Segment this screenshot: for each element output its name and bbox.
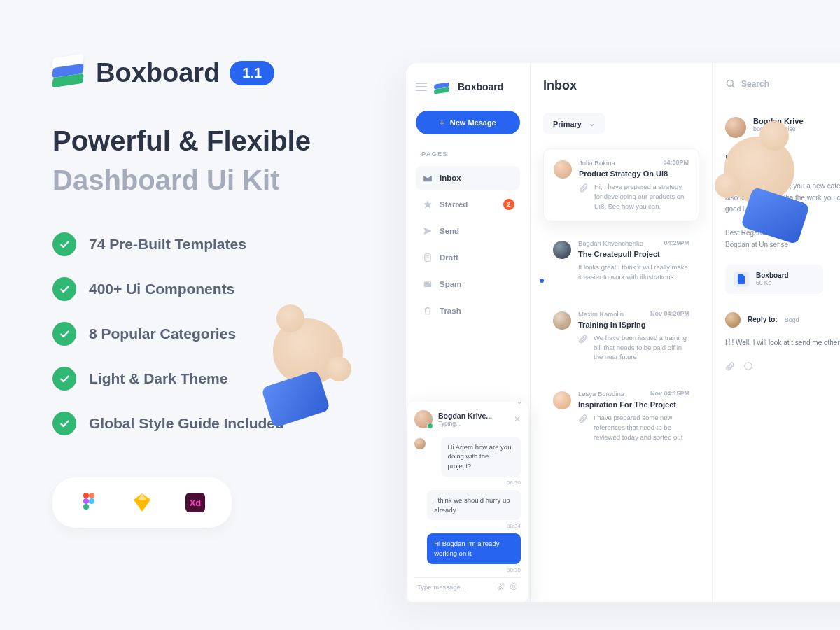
chat-input-placeholder: Type message... bbox=[417, 583, 493, 591]
new-message-button[interactable]: + New Mesage bbox=[416, 111, 520, 134]
sidebar-item-draft[interactable]: Draft bbox=[416, 246, 520, 270]
svg-point-2 bbox=[83, 498, 89, 504]
attachment-icon bbox=[579, 183, 589, 192]
brand-row: Boxboard 1.1 bbox=[52, 56, 388, 90]
signoff-line: Bogdan at Unisense bbox=[725, 239, 840, 251]
folder-dropdown[interactable]: Primary ⌄ bbox=[543, 113, 605, 134]
svg-point-24 bbox=[745, 363, 752, 370]
mail-sender: Bogdan Krivenchenko bbox=[578, 239, 643, 247]
attachment-icon[interactable] bbox=[497, 582, 505, 591]
mail-preview: It looks great I think it will really ma… bbox=[578, 262, 690, 282]
sidebar-item-label: Send bbox=[440, 227, 459, 235]
svg-point-18 bbox=[429, 282, 430, 284]
chat-time: 08:34 bbox=[414, 523, 521, 529]
sidebar-item-label: Trash bbox=[440, 307, 461, 315]
feature-label: 400+ Ui Components bbox=[89, 281, 234, 298]
chat-bubble: Hi Artem how are you doing with the proj… bbox=[441, 437, 521, 477]
mail-subject: Product Strategy On Ui8 bbox=[579, 169, 689, 178]
trash-icon bbox=[423, 306, 433, 316]
mail-sender: Maxim Kamolin bbox=[578, 310, 624, 318]
plus-icon: + bbox=[440, 118, 444, 127]
attachment-name: Boxboard bbox=[756, 272, 789, 279]
attachment-box[interactable]: Boxboard 50 Kb bbox=[725, 265, 823, 294]
chevron-down-icon[interactable]: ⌄ bbox=[517, 398, 522, 405]
search-input[interactable]: Search bbox=[725, 78, 840, 89]
detail-email: bogdan@unise bbox=[753, 125, 804, 132]
tools-pill: Xd bbox=[52, 477, 232, 528]
check-icon bbox=[52, 232, 76, 256]
chat-time: 08:30 bbox=[414, 479, 521, 486]
sidebar-item-trash[interactable]: Trash bbox=[416, 299, 520, 323]
emoji-icon[interactable] bbox=[743, 361, 753, 371]
sidebar-item-label: Inbox bbox=[440, 174, 461, 182]
hamburger-icon[interactable] bbox=[416, 83, 427, 91]
xd-icon: Xd bbox=[186, 493, 205, 512]
avatar bbox=[553, 312, 571, 330]
subheadline: Dashboard Ui Kit bbox=[52, 162, 388, 197]
svg-point-20 bbox=[512, 586, 513, 587]
sidebar-item-label: Draft bbox=[440, 253, 458, 262]
chat-bubble: I think we should hurry up already bbox=[427, 490, 521, 521]
mail-detail: Search Bogdan Krive bogdan@unise Da As y… bbox=[713, 63, 840, 602]
mail-sender: Julia Rokina bbox=[579, 159, 615, 167]
close-icon[interactable]: ✕ bbox=[514, 414, 521, 424]
version-badge: 1.1 bbox=[230, 61, 274, 85]
feature-label: Light & Dark Theme bbox=[89, 370, 227, 387]
dashboard-preview: Boxboard + New Mesage PAGES Inbox Starre… bbox=[406, 63, 840, 602]
logo-icon bbox=[434, 78, 451, 95]
avatar bbox=[725, 312, 741, 328]
star-icon bbox=[423, 200, 433, 209]
mail-subject: The Createpull Project bbox=[578, 250, 690, 258]
sketch-icon bbox=[132, 493, 152, 512]
mail-card[interactable]: Bogdan Krivenchenko 04:29PM The Createpu… bbox=[543, 230, 699, 292]
reply-header: Reply to: Bogd bbox=[725, 312, 840, 328]
svg-point-3 bbox=[89, 498, 94, 504]
attachment-icon bbox=[578, 414, 588, 424]
attachment-size: 50 Kb bbox=[756, 279, 789, 286]
svg-point-19 bbox=[511, 584, 517, 590]
mail-card[interactable]: Julia Rokina 04:30PM Product Strategy On… bbox=[543, 148, 699, 221]
chat-time: 08:38 bbox=[414, 567, 521, 573]
mail-subject: Inspiration For The Project bbox=[578, 400, 690, 409]
avatar bbox=[554, 160, 572, 178]
svg-line-23 bbox=[732, 85, 734, 88]
attachment-icon[interactable] bbox=[725, 361, 735, 371]
sidebar-item-send[interactable]: Send bbox=[416, 219, 520, 243]
mail-card[interactable]: Maxim Kamolin Nov 04:20PM Training In iS… bbox=[543, 300, 699, 372]
avatar bbox=[725, 117, 746, 138]
mail-preview: Hi, I have prepared a strategy for devel… bbox=[594, 182, 689, 211]
figma-icon bbox=[79, 493, 99, 512]
chat-input[interactable]: Type message... bbox=[414, 578, 521, 595]
feature-item: 8 Popular Categories bbox=[52, 322, 388, 346]
draft-icon bbox=[423, 253, 433, 262]
sidebar-section-label: PAGES bbox=[421, 150, 514, 158]
svg-marker-12 bbox=[424, 200, 432, 209]
reply-to: Bogd bbox=[785, 316, 799, 323]
headline: Powerful & Flexible bbox=[52, 123, 388, 158]
mail-sender: Lesya Borodina bbox=[578, 390, 624, 398]
svg-marker-13 bbox=[424, 227, 432, 235]
sidebar-item-spam[interactable]: Spam bbox=[416, 272, 520, 296]
chevron-down-icon: ⌄ bbox=[589, 119, 595, 128]
attachment-icon bbox=[578, 334, 588, 344]
svg-point-0 bbox=[83, 493, 89, 498]
sidebar-item-label: Spam bbox=[440, 280, 461, 288]
feature-item: Light & Dark Theme bbox=[52, 367, 388, 391]
dropdown-label: Primary bbox=[553, 120, 582, 128]
feature-label: 74 Pre-Built Templates bbox=[89, 236, 246, 253]
svg-point-22 bbox=[727, 80, 734, 87]
sidebar-item-starred[interactable]: Starred 2 bbox=[416, 192, 520, 216]
sidebar-brand: Boxboard bbox=[458, 81, 503, 92]
reply-body[interactable]: Hi! Well, I will look at t send me other… bbox=[725, 337, 840, 349]
chat-name: Bogdan Krive... bbox=[438, 412, 492, 420]
logo-icon bbox=[52, 56, 86, 90]
detail-subject: Da bbox=[725, 153, 840, 168]
mail-preview: We have been issued a training bill that… bbox=[594, 333, 690, 362]
sidebar-item-inbox[interactable]: Inbox bbox=[416, 166, 520, 190]
emoji-icon[interactable] bbox=[510, 582, 518, 591]
mail-time: Nov 04:15PM bbox=[650, 390, 690, 398]
check-icon bbox=[52, 412, 76, 435]
avatar bbox=[553, 241, 571, 259]
mail-card[interactable]: Lesya Borodina Nov 04:15PM Inspiration F… bbox=[543, 380, 699, 451]
reply-label: Reply to: bbox=[748, 316, 778, 323]
